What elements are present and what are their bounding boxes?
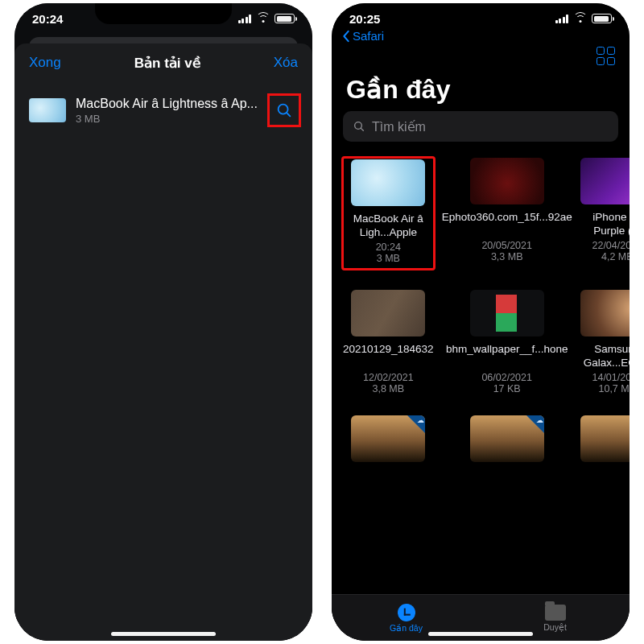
file-item[interactable]: Samsung Galax...ECHB 14/01/2021 10,7 MB (580, 290, 630, 394)
sheet-title: Bản tải về (134, 55, 200, 72)
battery-icon (592, 14, 612, 23)
phone-right-files: 20:25 Safari Gần đây Tìm kiếm (332, 3, 630, 641)
file-date: 12/02/2021 (343, 372, 434, 383)
battery-icon (275, 14, 295, 23)
search-icon (353, 120, 365, 133)
highlight-reveal-button (267, 93, 301, 127)
done-button[interactable]: Xong (29, 55, 61, 71)
search-field[interactable]: Tìm kiếm (343, 111, 618, 142)
file-date: 14/01/2021 (580, 372, 630, 383)
file-thumbnail (470, 290, 544, 336)
file-item[interactable] (580, 415, 630, 469)
file-thumbnail (351, 290, 425, 336)
tab-label: Gần đây (390, 623, 423, 633)
file-size: 3,3 MB (442, 251, 572, 262)
view-toggle-button[interactable] (597, 47, 615, 65)
file-item[interactable]: bhm_wallpaper__f...hone 06/02/2021 17 KB (442, 290, 572, 394)
file-thumbnail (470, 158, 544, 204)
back-to-safari[interactable]: Safari (341, 29, 384, 43)
tab-label: Duyệt (543, 622, 567, 632)
status-time: 20:25 (349, 12, 380, 26)
file-name: 20210129_184632 (343, 343, 434, 370)
download-thumbnail (29, 98, 66, 122)
cellular-icon (555, 14, 569, 23)
file-thumbnail (580, 290, 630, 336)
download-title: MacBook Air â Lightness â Ap... (76, 97, 258, 111)
svg-line-3 (361, 128, 363, 130)
icloud-download-icon (407, 415, 425, 433)
cellular-icon (238, 14, 252, 23)
file-name: MacBook Air â Ligh...Apple (345, 213, 432, 240)
file-item[interactable]: iPhone 12 Purple (1) 22/04/2021 4,2 MB (580, 158, 630, 269)
clock-icon (398, 604, 415, 621)
file-item-highlighted[interactable]: MacBook Air â Ligh...Apple 20:24 3 MB (343, 158, 434, 269)
icloud-download-icon (526, 415, 544, 433)
notch (412, 3, 549, 24)
file-item[interactable] (343, 415, 434, 469)
wifi-icon (256, 14, 270, 24)
downloads-sheet: Xong Bản tải về Xóa MacBook Air â Lightn… (14, 43, 312, 641)
file-name: iPhone 12 Purple (1) (580, 211, 630, 238)
search-icon[interactable] (275, 101, 293, 119)
wifi-icon (573, 14, 587, 24)
file-size: 3 MB (345, 253, 432, 264)
file-date: 22/04/2021 (580, 240, 630, 251)
sheet-header: Xong Bản tải về Xóa (14, 43, 312, 82)
file-size: 10,7 MB (580, 383, 630, 394)
home-indicator[interactable] (428, 632, 533, 636)
search-placeholder: Tìm kiếm (372, 119, 426, 134)
file-item[interactable] (442, 415, 572, 469)
file-date: 06/02/2021 (442, 372, 572, 383)
file-thumbnail (351, 415, 425, 462)
clear-button[interactable]: Xóa (274, 55, 298, 71)
file-item[interactable]: Ephoto360.com_15f...92ae 20/05/2021 3,3 … (442, 158, 572, 269)
file-size: 4,2 MB (580, 251, 630, 262)
file-size: 3,8 MB (343, 383, 434, 394)
folder-icon (545, 605, 566, 621)
svg-line-1 (287, 113, 290, 116)
file-thumbnail (580, 158, 630, 204)
phone-left-downloads: 20:24 Xong Bản tải về Xóa MacBook (14, 3, 312, 641)
files-grid[interactable]: MacBook Air â Ligh...Apple 20:24 3 MB Ep… (343, 158, 618, 596)
back-label: Safari (353, 29, 384, 43)
file-name: Ephoto360.com_15f...92ae (442, 211, 572, 238)
file-date: 20/05/2021 (442, 240, 572, 251)
status-time: 20:24 (32, 12, 63, 26)
file-size: 17 KB (442, 383, 572, 394)
page-title: Gần đây (346, 74, 451, 105)
home-indicator[interactable] (111, 632, 216, 636)
file-name: bhm_wallpaper__f...hone (442, 343, 572, 370)
notch (95, 3, 232, 24)
file-thumbnail (580, 415, 630, 462)
download-item[interactable]: MacBook Air â Lightness â Ap... 3 MB (14, 82, 312, 138)
file-name: Samsung Galax...ECHB (580, 343, 630, 370)
file-thumbnail (351, 159, 425, 206)
file-item[interactable]: 20210129_184632 12/02/2021 3,8 MB (343, 290, 434, 394)
grid-icon (597, 47, 615, 65)
download-size: 3 MB (76, 113, 258, 125)
file-thumbnail (470, 415, 544, 462)
file-date: 20:24 (345, 242, 432, 253)
